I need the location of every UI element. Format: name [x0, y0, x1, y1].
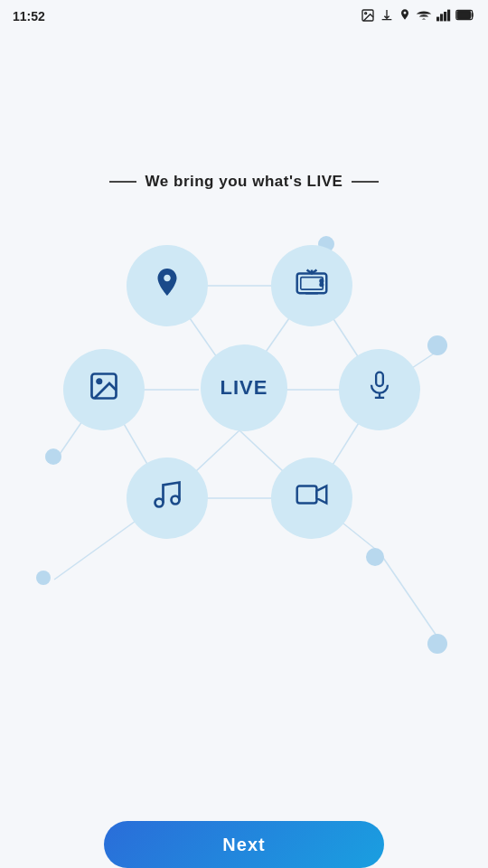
- video-camera-icon: [295, 480, 329, 516]
- dot-2: [427, 335, 447, 355]
- tagline-text: We bring you what's LIVE: [145, 173, 343, 191]
- status-bar: 11:52: [0, 0, 488, 33]
- tv-icon: [295, 267, 329, 305]
- location-circle: [127, 245, 208, 326]
- music-note-icon: [151, 478, 183, 518]
- tv-circle: [271, 245, 352, 326]
- mic-circle: [339, 349, 420, 430]
- main-content: We bring you what's LIVE: [0, 33, 488, 868]
- photo-circle: [63, 349, 145, 430]
- svg-point-27: [321, 279, 324, 282]
- svg-rect-2: [436, 16, 439, 21]
- svg-rect-31: [376, 373, 383, 386]
- svg-rect-36: [297, 486, 317, 504]
- svg-point-28: [321, 283, 324, 286]
- video-circle: [271, 458, 352, 539]
- signal-icon: [436, 9, 451, 24]
- tagline-dash-left: [109, 181, 136, 183]
- svg-point-1: [365, 12, 367, 14]
- dot-3: [45, 448, 61, 465]
- svg-point-34: [155, 499, 164, 507]
- live-circle: LIVE: [201, 344, 287, 431]
- location-map-icon: [151, 266, 183, 306]
- status-icons: [361, 8, 475, 25]
- dot-4: [366, 548, 384, 566]
- wifi-icon: [416, 9, 432, 24]
- svg-rect-4: [444, 12, 446, 21]
- image-icon: [88, 370, 120, 410]
- tagline-dash-right: [352, 181, 379, 183]
- live-label-text: LIVE: [221, 376, 268, 400]
- svg-line-24: [380, 552, 438, 638]
- dot-6: [427, 634, 447, 654]
- location-icon: [399, 8, 411, 25]
- svg-rect-5: [447, 9, 450, 21]
- svg-rect-3: [440, 14, 443, 21]
- connection-lines: [27, 218, 461, 697]
- download-icon: [380, 8, 394, 25]
- photo-icon: [361, 8, 375, 25]
- microphone-icon: [365, 370, 394, 410]
- tagline-row: We bring you what's LIVE: [109, 173, 380, 191]
- next-button[interactable]: Next: [104, 821, 384, 868]
- svg-point-30: [98, 380, 102, 384]
- svg-rect-7: [457, 12, 470, 19]
- dot-5: [36, 571, 51, 585]
- icon-cluster: LIVE: [27, 218, 461, 697]
- music-circle: [127, 458, 208, 539]
- svg-point-35: [172, 496, 180, 505]
- status-time: 11:52: [13, 9, 45, 24]
- battery-icon: [455, 9, 475, 24]
